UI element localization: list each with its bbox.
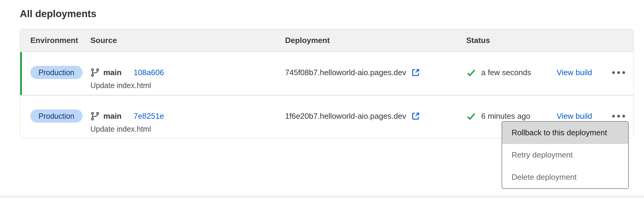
external-link-icon[interactable] [411, 112, 420, 121]
commit-message: Update index.html [90, 124, 164, 133]
source-cell: main 7e8251e Update index.html [90, 96, 285, 138]
branch-name: main [103, 68, 122, 77]
deployment-cell: 1f6e20b7.helloworld-aio.pages.dev [285, 96, 466, 138]
header-environment: Environment [20, 36, 90, 45]
check-icon [466, 111, 476, 121]
check-icon [466, 68, 476, 78]
deployment-cell: 745f08b7.helloworld-aio.pages.dev [285, 52, 466, 95]
page-title: All deployments [20, 8, 96, 20]
commit-link[interactable]: 7e8251e [134, 112, 164, 121]
bottom-divider-fill [0, 197, 644, 199]
environment-badge: Production [30, 66, 83, 79]
header-source: Source [90, 36, 285, 45]
menu-item-delete[interactable]: Delete deployment [502, 166, 628, 188]
view-build-link[interactable]: View build [557, 109, 592, 123]
menu-item-rollback[interactable]: Rollback to this deployment [502, 122, 628, 144]
commit-message: Update index.html [90, 81, 164, 90]
external-link-icon[interactable] [411, 68, 420, 77]
git-branch-icon [90, 68, 100, 77]
header-deployment: Deployment [285, 36, 466, 45]
environment-badge: Production [30, 109, 83, 123]
branch-name: main [103, 112, 122, 121]
view-build-link[interactable]: View build [557, 66, 592, 79]
status-cell: a few seconds View build [466, 52, 633, 95]
source-cell: main 108a606 Update index.html [90, 52, 285, 95]
ellipsis-menu-button[interactable] [612, 66, 625, 79]
commit-link[interactable]: 108a606 [134, 68, 164, 77]
menu-item-retry[interactable]: Retry deployment [502, 144, 628, 166]
status-time: a few seconds [481, 68, 531, 77]
environment-cell: Production [20, 52, 90, 95]
git-branch-icon [90, 112, 100, 121]
deployment-url: 745f08b7.helloworld-aio.pages.dev [285, 68, 406, 77]
header-status: Status [466, 36, 633, 45]
status-time: 6 minutes ago [481, 112, 530, 121]
bottom-divider [0, 191, 644, 199]
table-header-row: Environment Source Deployment Status [20, 29, 633, 52]
deployment-row-1: Production main 108a606 [20, 52, 633, 96]
deployment-context-menu: Rollback to this deployment Retry deploy… [502, 121, 629, 189]
environment-cell: Production [20, 96, 90, 138]
deployment-url: 1f6e20b7.helloworld-aio.pages.dev [285, 112, 406, 121]
ellipsis-menu-button[interactable] [612, 109, 625, 123]
